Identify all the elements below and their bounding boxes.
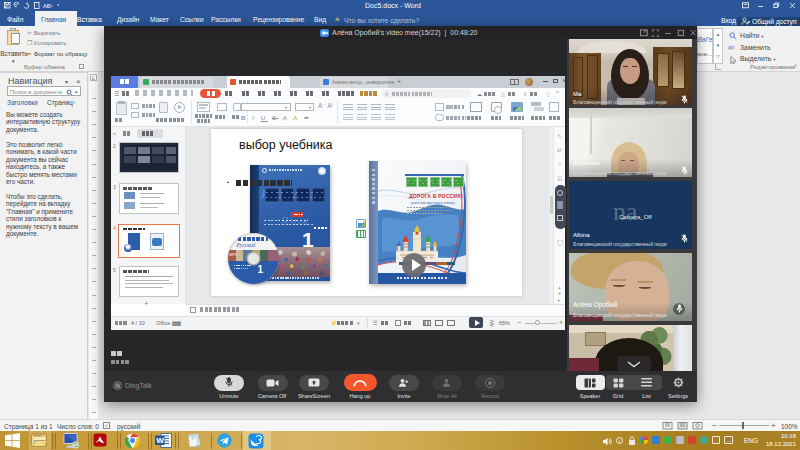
svg-text:W: W (156, 436, 164, 445)
svg-text:AБ¹: AБ¹ (43, 3, 52, 9)
